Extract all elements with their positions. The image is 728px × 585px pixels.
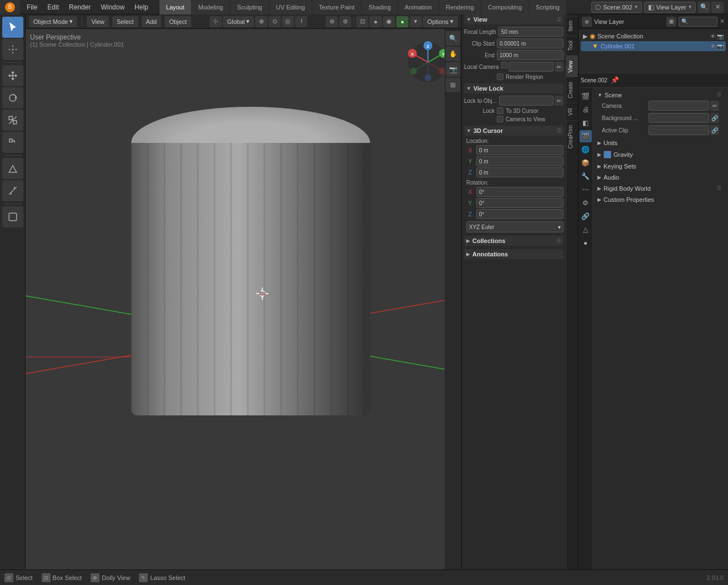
data-prop-icon[interactable]: △ xyxy=(580,224,592,236)
pin-icon[interactable]: 📌 xyxy=(611,76,620,85)
shading-wireframe[interactable]: ⊡ xyxy=(356,16,368,27)
tab-shading[interactable]: Shading xyxy=(362,0,397,14)
options-selector[interactable]: Options ▾ xyxy=(423,16,458,27)
view-lock-section-header[interactable]: ▼ View Lock xyxy=(464,83,564,93)
n-tab-view[interactable]: View xyxy=(566,56,579,77)
global-search-btn[interactable]: 🔍 xyxy=(698,2,710,13)
pan-icon[interactable]: ✋ xyxy=(446,47,460,61)
menu-file[interactable]: File xyxy=(22,2,42,12)
blender-logo[interactable]: B xyxy=(0,0,20,14)
world-prop-icon[interactable]: 🌐 xyxy=(580,143,592,156)
render-prop-icon[interactable]: 🎬 xyxy=(580,90,592,102)
snap-icon[interactable]: ⊕ xyxy=(255,16,267,27)
scene-selector[interactable]: ⬡ Scene.002 ▾ xyxy=(591,2,642,13)
menu-edit[interactable]: Edit xyxy=(43,2,63,12)
view-menu-btn[interactable]: View xyxy=(87,16,109,27)
grease-icon[interactable]: ⵑ xyxy=(295,16,307,27)
eye2-icon[interactable]: 👁 xyxy=(710,43,716,49)
tab-modeling[interactable]: Modeling xyxy=(192,0,230,14)
outliner-icon[interactable]: ≡ xyxy=(582,17,592,27)
tab-sculpting[interactable]: Sculpting xyxy=(230,0,268,14)
camera-icon[interactable]: 📷 xyxy=(446,62,460,77)
scene-menu-icon[interactable]: ☰ xyxy=(717,92,724,98)
cursor-menu-icon[interactable]: ☰ xyxy=(557,128,561,133)
n-tab-tool[interactable]: Tool xyxy=(566,36,579,55)
add-object-btn[interactable] xyxy=(2,206,23,227)
view-layer-selector[interactable]: ◧ View Layer ▾ xyxy=(644,2,696,13)
collections-menu-icon[interactable]: ☰ xyxy=(557,238,561,244)
scene-prop-icon[interactable]: 🎬 xyxy=(580,130,592,142)
cursor-z-value[interactable]: 0 m xyxy=(476,167,564,177)
tab-animation[interactable]: Animation xyxy=(398,0,438,14)
cursor-tool-btn[interactable] xyxy=(2,39,23,60)
object-menu-btn[interactable]: Object xyxy=(164,16,191,27)
transform-icon[interactable]: ⊹ xyxy=(210,16,222,27)
proportional-icon[interactable]: ⊙ xyxy=(268,16,281,27)
outliner-search[interactable]: 🔍 xyxy=(679,17,717,27)
view-section-header[interactable]: ▼ View ☰ xyxy=(464,14,564,24)
scale-tool-btn[interactable] xyxy=(2,110,23,131)
annotate-tool-btn[interactable] xyxy=(2,158,23,179)
n-tab-create[interactable]: Create xyxy=(566,77,579,103)
constraints-prop-icon[interactable]: 🔗 xyxy=(580,210,592,222)
to-3d-cursor-checkbox[interactable] xyxy=(497,107,503,114)
custom-properties-header[interactable]: ▶ Custom Properties xyxy=(595,195,726,205)
clip-start-value[interactable]: 0.00001 m xyxy=(497,38,564,48)
active-clip-link-icon[interactable]: 🔗 xyxy=(710,125,719,135)
clip-end-value[interactable]: 1000 m xyxy=(497,50,564,60)
cylinder-item[interactable]: ▼ Cylinder.001 👁 📷 xyxy=(581,41,726,51)
cursor-ry-value[interactable]: 0° xyxy=(476,198,564,208)
move-tool-btn[interactable] xyxy=(2,65,23,86)
camera-vis-icon[interactable]: 📷 xyxy=(717,33,724,39)
lock-to-obj-value[interactable] xyxy=(499,96,554,106)
output-prop-icon[interactable]: 🖨 xyxy=(580,103,592,116)
cursor-rx-value[interactable]: 0° xyxy=(476,187,564,197)
annotations-section-header[interactable]: ▶ Annotations xyxy=(464,249,564,259)
render-region-checkbox[interactable] xyxy=(497,73,503,80)
n-tab-creaprim[interactable]: CreaPrim xyxy=(566,120,579,153)
object-prop-icon[interactable]: 📦 xyxy=(580,157,592,169)
rotate-tool-btn[interactable] xyxy=(2,87,23,108)
lock-to-obj-edit-icon[interactable]: ✏ xyxy=(555,96,564,106)
local-camera-edit-icon[interactable]: ✏ xyxy=(555,62,564,72)
zoom-icon[interactable]: 🔍 xyxy=(446,31,460,46)
navigation-gizmo[interactable]: Z Y X xyxy=(406,40,450,85)
gizmo-icon[interactable]: ⊛ xyxy=(326,16,338,27)
add-menu-btn[interactable]: Add xyxy=(142,16,162,27)
tab-uv-editing[interactable]: UV Editing xyxy=(270,0,312,14)
focal-length-value[interactable]: 50 mm xyxy=(498,27,564,37)
outliner-filter-icon[interactable]: ⊞ xyxy=(666,17,676,27)
ortho-icon[interactable]: ⊞ xyxy=(446,78,460,92)
select-menu-btn[interactable]: Select xyxy=(112,16,138,27)
shading-render[interactable]: ● xyxy=(396,16,408,27)
cursor-rz-value[interactable]: 0° xyxy=(476,209,564,219)
gravity-section-header[interactable]: ▶ Gravity xyxy=(595,149,726,160)
overlay-icon[interactable]: ⊚ xyxy=(339,16,351,27)
local-camera-checkbox[interactable] xyxy=(501,62,507,68)
audio-section-header[interactable]: ▶ Audio xyxy=(595,172,726,182)
menu-render[interactable]: Render xyxy=(64,2,95,12)
mode-selector[interactable]: Object Mode ▾ xyxy=(29,16,77,27)
local-camera-picker[interactable] xyxy=(508,62,554,72)
gravity-checkbox[interactable] xyxy=(604,151,611,158)
background-prop-value[interactable] xyxy=(649,113,709,123)
n-tab-vr[interactable]: VR xyxy=(566,103,579,120)
menu-help[interactable]: Help xyxy=(130,2,153,12)
units-section-header[interactable]: ▶ Units xyxy=(595,138,726,148)
rotation-mode-selector[interactable]: XYZ Euler ▾ xyxy=(466,221,564,232)
global-selector[interactable]: Global ▾ xyxy=(223,16,255,27)
shading-options[interactable]: ▾ xyxy=(410,16,422,27)
material-prop-icon[interactable]: ● xyxy=(580,237,592,249)
menu-window[interactable]: Window xyxy=(96,2,129,12)
n-tab-item[interactable]: Item xyxy=(566,16,579,36)
viewport-canvas[interactable]: Z Y X xyxy=(26,29,461,569)
cursor-y-value[interactable]: 0 m xyxy=(476,156,564,166)
physics-prop-icon[interactable]: ⚙ xyxy=(580,197,592,209)
rigid-body-world-header[interactable]: ▶ Rigid Body World ☰ xyxy=(595,184,726,194)
scene-section-header[interactable]: ▼ Scene ☰ xyxy=(595,90,726,100)
shading-material[interactable]: ◉ xyxy=(383,16,395,27)
particles-prop-icon[interactable]: ⋯ xyxy=(580,184,592,196)
tab-compositing[interactable]: Compositing xyxy=(481,0,528,14)
anim-icon[interactable]: ◎ xyxy=(282,16,294,27)
measure-tool-btn[interactable] xyxy=(2,180,23,201)
